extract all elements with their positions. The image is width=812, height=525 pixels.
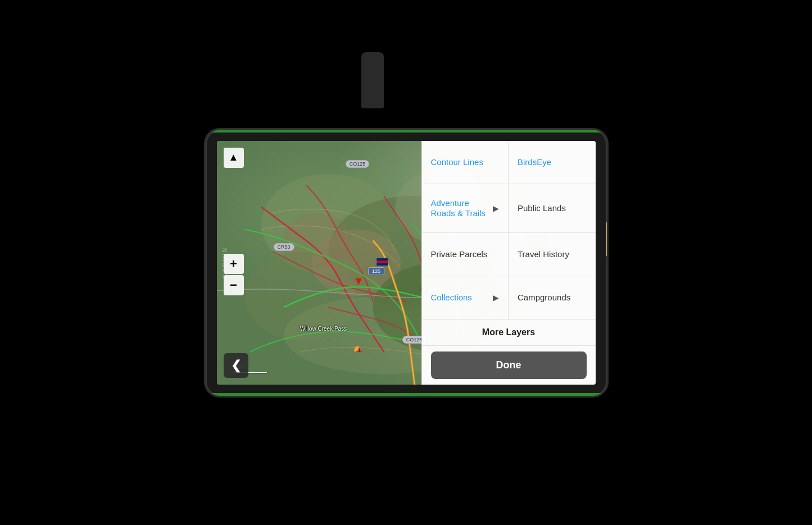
done-button-label: Done [496,359,521,371]
co-flag-marker [376,258,388,266]
panel-item-adventure-roads[interactable]: Adventure Roads & Trails ▶ [422,184,509,233]
public-lands-label: Public Lands [518,203,566,213]
panel-item-public-lands[interactable]: Public Lands [509,184,596,233]
map-panel: Contour Lines BirdsEye Adventure Roads &… [421,141,596,385]
done-button[interactable]: Done [431,351,587,379]
private-parcels-label: Private Parcels [431,249,488,259]
more-layers-label: More Layers [482,327,535,337]
zoom-out-button[interactable]: − [224,275,244,295]
more-layers-button[interactable]: More Layers [422,319,596,346]
waypoint-pin: ▼ [353,275,364,287]
svg-point-6 [283,212,350,268]
screen: ▲ + − 2 mi ❮ CO125 CR50 [217,141,596,385]
side-button[interactable] [606,222,609,256]
panel-item-birdseye[interactable]: BirdsEye [509,141,596,184]
antenna [361,52,384,108]
panel-item-collections[interactable]: Collections ▶ [422,276,509,319]
hike-icon-1: ⛺ [353,343,362,352]
zoom-controls: + − [224,254,244,295]
map-area[interactable]: ▲ + − 2 mi ❮ CO125 CR50 [217,141,596,385]
green-stripe-bottom [206,393,607,396]
north-arrow: ▲ [224,148,244,168]
green-stripe-top [206,130,607,133]
north-arrow-label: ▲ [229,152,239,163]
adventure-roads-label: Adventure Roads & Trails [431,198,493,218]
contour-lines-label: Contour Lines [431,157,483,167]
travel-history-label: Travel History [518,249,569,259]
adventure-roads-chevron-icon: ▶ [493,204,499,213]
road-label-125: 125 [368,267,384,275]
device-wrapper: GARMIN [204,100,609,426]
road-label-co125-top: CO125 [346,160,370,168]
collections-label: Collections [431,293,472,303]
panel-grid: Contour Lines BirdsEye Adventure Roads &… [422,141,596,319]
device-body: GARMIN [204,128,609,398]
panel-item-private-parcels[interactable]: Private Parcels [422,233,509,276]
collections-chevron-icon: ▶ [493,293,499,302]
birdseye-label: BirdsEye [518,157,551,167]
zoom-in-button[interactable]: + [224,254,244,274]
panel-item-campgrounds[interactable]: Campgrounds [509,276,596,319]
back-button[interactable]: ❮ [224,353,248,378]
panel-item-contour-lines[interactable]: Contour Lines [422,141,509,184]
road-label-cr50: CR50 [274,243,294,251]
back-arrow-icon: ❮ [231,358,241,373]
place-label-willow-creek: Willow Creek Pass [300,326,347,332]
panel-item-travel-history[interactable]: Travel History [509,233,596,276]
campgrounds-label: Campgrounds [518,293,570,303]
